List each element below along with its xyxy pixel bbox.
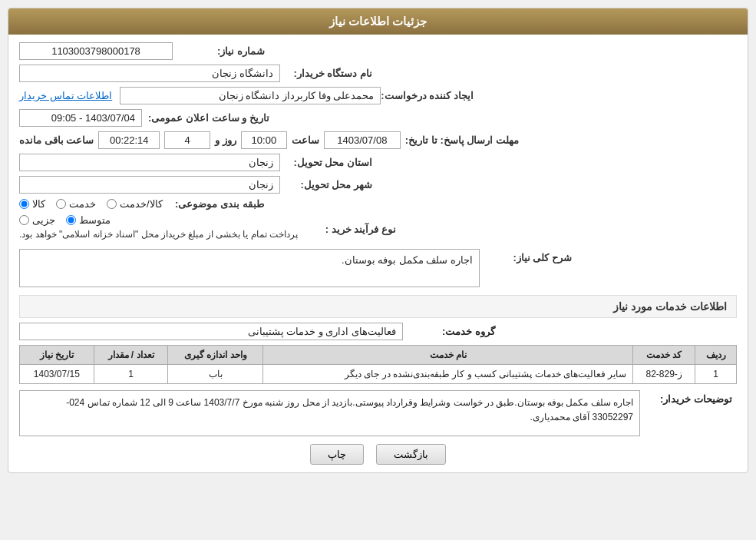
announce-date-value: 1403/07/04 - 09:05 xyxy=(19,109,142,127)
category-kala-option[interactable]: کالا xyxy=(19,198,45,210)
buyer-notes-row: توضیحات خریدار: اجاره سلف مکمل بوفه بوست… xyxy=(19,390,737,436)
buyer-notes-label: توضیحات خریدار: xyxy=(640,390,732,405)
purchase-type-radio-group: متوسط جزیی xyxy=(19,214,111,226)
table-header: ردیف کد خدمت نام خدمت واحد اندازه گیری ت… xyxy=(20,346,737,365)
category-kala-label: کالا xyxy=(32,198,45,210)
purchase-type-note: پرداخت تمام یا بخشی از مبلغ خریداز محل "… xyxy=(19,229,298,240)
col-code: کد خدمت xyxy=(633,346,695,365)
category-kala-khadamat-label: کالا/خدمت xyxy=(120,198,163,210)
purchase-type-jozvi-label: جزیی xyxy=(32,214,55,226)
cell-name: سایر فعالیت‌های خدمات پشتیبانی کسب و کار… xyxy=(263,365,633,384)
service-info-header: اطلاعات خدمات مورد نیاز xyxy=(19,295,737,318)
category-kala-radio[interactable] xyxy=(19,199,29,209)
requester-label: ایجاد کننده درخواست: xyxy=(381,90,474,101)
description-label: شرح کلی نیاز: xyxy=(480,249,572,263)
deadline-remaining: 00:22:14 xyxy=(98,131,160,149)
purchase-type-motavasset-label: متوسط xyxy=(79,214,111,226)
cell-unit: باب xyxy=(168,365,263,384)
deadline-date: 1403/07/08 xyxy=(324,131,401,149)
purchase-type-jozvi-option[interactable]: جزیی xyxy=(19,214,55,226)
announce-date-row: تاریخ و ساعت اعلان عمومی: 1403/07/04 - 0… xyxy=(19,109,737,127)
category-kala-khadamat-option[interactable]: کالا/خدمت xyxy=(107,198,163,210)
col-quantity: تعداد / مقدار xyxy=(94,346,168,365)
print-button[interactable]: چاپ xyxy=(310,444,364,465)
table-row: 1 ز-829-82 سایر فعالیت‌های خدمات پشتیبان… xyxy=(20,365,737,384)
cell-quantity: 1 xyxy=(94,365,168,384)
province-value: زنجان xyxy=(19,154,280,171)
purchase-type-jozvi-radio[interactable] xyxy=(19,215,29,225)
category-khadamat-radio[interactable] xyxy=(56,199,66,209)
category-radio-group: کالا/خدمت خدمت کالا xyxy=(19,198,163,210)
requester-value: محمدعلی وفا کاربرداز دانشگاه زنجان xyxy=(120,87,381,104)
deadline-days: 4 xyxy=(164,131,210,149)
contact-link[interactable]: اطلاعات تماس خریدار xyxy=(19,90,112,101)
category-row: طبقه بندی موضوعی: کالا/خدمت خدمت کالا xyxy=(19,198,737,210)
category-khadamat-label: خدمت xyxy=(69,198,96,210)
page-header: جزئیات اطلاعات نیاز xyxy=(8,8,748,35)
purchase-type-motavasset-option[interactable]: متوسط xyxy=(66,214,111,226)
announce-date-label: تاریخ و ساعت اعلان عمومی: xyxy=(148,112,269,124)
deadline-remaining-label: ساعت باقی مانده xyxy=(19,134,94,146)
category-kala-khadamat-radio[interactable] xyxy=(107,199,117,209)
need-number-label: شماره نیاز: xyxy=(173,45,265,57)
requester-row: ایجاد کننده درخواست: محمدعلی وفا کاربردا… xyxy=(19,87,737,104)
deadline-row: مهلت ارسال پاسخ: تا تاریخ: 1403/07/08 سا… xyxy=(19,131,737,149)
purchase-type-label: نوع فرآیند خرید : xyxy=(304,224,396,235)
cell-date: 1403/07/15 xyxy=(20,365,94,384)
category-label: طبقه بندی موضوعی: xyxy=(172,198,264,210)
service-group-row: گروه خدمت: فعالیت‌های اداری و خدمات پشتی… xyxy=(19,323,737,340)
buyer-notes-value: اجاره سلف مکمل بوفه بوستان.طبق در خواست … xyxy=(19,390,640,436)
buyer-org-row: نام دستگاه خریدار: دانشگاه زنجان xyxy=(19,65,737,82)
description-value: اجاره سلف مکمل بوفه بوستان. xyxy=(19,249,480,287)
province-label: استان محل تحویل: xyxy=(280,157,372,168)
city-value: زنجان xyxy=(19,176,280,194)
back-button[interactable]: بازگشت xyxy=(376,444,446,465)
category-khadamat-option[interactable]: خدمت xyxy=(56,198,96,210)
city-row: شهر محل تحویل: زنجان xyxy=(19,176,737,194)
col-name: نام خدمت xyxy=(263,346,633,365)
service-group-value: فعالیت‌های اداری و خدمات پشتیبانی xyxy=(19,323,403,340)
need-number-row: شماره نیاز: 1103003798000178 xyxy=(19,42,737,60)
buttons-row: بازگشت چاپ xyxy=(19,444,737,465)
buyer-org-value: دانشگاه زنجان xyxy=(19,65,280,82)
city-label: شهر محل تحویل: xyxy=(280,179,372,190)
description-row: شرح کلی نیاز: اجاره سلف مکمل بوفه بوستان… xyxy=(19,249,737,287)
table-body: 1 ز-829-82 سایر فعالیت‌های خدمات پشتیبان… xyxy=(20,365,737,384)
province-row: استان محل تحویل: زنجان xyxy=(19,154,737,171)
service-group-label: گروه خدمت: xyxy=(403,326,495,337)
cell-row-num: 1 xyxy=(695,365,737,384)
purchase-type-row: نوع فرآیند خرید : متوسط جزیی پرداخت تمام… xyxy=(19,214,737,244)
deadline-label: مهلت ارسال پاسخ: تا تاریخ: xyxy=(405,134,519,146)
cell-code: ز-829-82 xyxy=(633,365,695,384)
buyer-org-label: نام دستگاه خریدار: xyxy=(280,68,372,79)
deadline-time-label: ساعت xyxy=(292,134,319,146)
col-unit: واحد اندازه گیری xyxy=(168,346,263,365)
need-number-value: 1103003798000178 xyxy=(19,42,173,60)
col-row-num: ردیف xyxy=(695,346,737,365)
purchase-type-motavasset-radio[interactable] xyxy=(66,215,76,225)
deadline-days-label: روز و xyxy=(215,134,236,146)
deadline-time: 10:00 xyxy=(241,131,287,149)
col-date: تاریخ نیاز xyxy=(20,346,94,365)
services-table: ردیف کد خدمت نام خدمت واحد اندازه گیری ت… xyxy=(19,345,737,384)
